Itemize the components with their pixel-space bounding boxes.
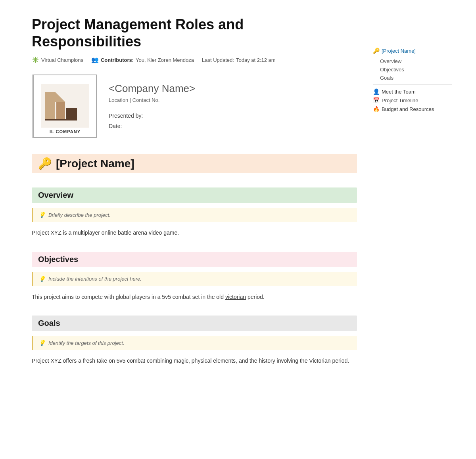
sidebar-divider — [373, 84, 452, 85]
objectives-header: Objectives — [32, 252, 357, 267]
objectives-section: Objectives 💡 Include the intentions of t… — [32, 252, 357, 301]
sidebar-nav-objectives[interactable]: Objectives — [373, 65, 452, 74]
objectives-body-before: This project aims to compete with global… — [32, 294, 225, 300]
budget-resources-label: Budget and Resources — [382, 106, 434, 112]
meet-team-label: Meet the Team — [382, 89, 416, 95]
goals-header: Goals — [32, 316, 357, 331]
project-timeline-icon: 📅 — [373, 97, 380, 103]
company-logo-svg — [41, 84, 89, 128]
contributors-icon: 👥 — [91, 56, 99, 63]
objectives-body: This project aims to compete with global… — [32, 293, 357, 301]
company-presented-by: Presented by: Date: — [109, 111, 195, 131]
project-name-section: 🔑 [Project Name] — [32, 154, 357, 173]
objectives-hint: 💡 Include the intentions of the project … — [32, 272, 357, 286]
sidebar: 🔑 [Project Name] Overview Objectives Goa… — [373, 16, 452, 380]
sidebar-budget-resources[interactable]: 🔥 Budget and Resources — [373, 105, 452, 113]
goals-hint-text[interactable]: Identify the targets of this project. — [48, 340, 125, 346]
meta-bar: ✳️ Virtual Champions 👥 Contributors: You… — [32, 56, 357, 63]
sidebar-nav: Overview Objectives Goals — [373, 57, 452, 82]
page-title: Project Management Roles and Responsibil… — [32, 16, 357, 50]
svg-rect-4 — [45, 119, 77, 120]
overview-header: Overview — [32, 187, 357, 203]
last-updated-value: Today at 2:12 am — [236, 57, 276, 63]
overview-hint: 💡 Briefly describe the project. — [32, 208, 357, 222]
overview-body: Project XYZ is a multiplayer online batt… — [32, 228, 357, 237]
company-details: <Company Name> Location | Contact No. Pr… — [109, 75, 195, 131]
company-location: Location | Contact No. — [109, 97, 195, 103]
goals-hint: 💡 Identify the targets of this project. — [32, 336, 357, 350]
company-logo-label: IL COMPANY — [50, 129, 81, 134]
space-name[interactable]: Virtual Champions — [41, 57, 83, 63]
objectives-body-link: victorian — [225, 294, 246, 300]
budget-resources-icon: 🔥 — [373, 106, 380, 112]
project-name-header: 🔑 [Project Name] — [32, 154, 357, 173]
last-updated-label: Last Updated: — [202, 57, 234, 63]
objectives-hint-text[interactable]: Include the intentions of the project he… — [48, 276, 142, 282]
goals-body: Project XYZ offers a fresh take on 5v5 c… — [32, 356, 357, 365]
goals-section: Goals 💡 Identify the targets of this pro… — [32, 316, 357, 365]
sidebar-project-icon: 🔑 — [373, 48, 380, 54]
company-name[interactable]: <Company Name> — [109, 82, 195, 95]
company-logo: IL COMPANY — [33, 75, 97, 138]
contributors-value: You, Kier Zoren Mendoza — [136, 57, 194, 63]
hint-icon-3: 💡 — [38, 340, 45, 346]
project-name-icon: 🔑 — [38, 157, 52, 170]
last-updated-meta: Last Updated: Today at 2:12 am — [202, 57, 276, 63]
hint-icon-2: 💡 — [38, 276, 45, 282]
project-name-label: [Project Name] — [56, 157, 134, 170]
svg-marker-3 — [66, 108, 77, 120]
contributors-label: Contributors: — [101, 57, 134, 63]
sidebar-nav-overview[interactable]: Overview — [373, 57, 452, 65]
sidebar-project-timeline[interactable]: 📅 Project Timeline — [373, 96, 452, 105]
sidebar-nav-goals[interactable]: Goals — [373, 74, 452, 82]
space-meta: ✳️ Virtual Champions — [32, 56, 83, 63]
space-icon: ✳️ — [32, 56, 39, 63]
sidebar-project-link[interactable]: 🔑 [Project Name] — [373, 48, 452, 54]
sidebar-project-label: [Project Name] — [382, 48, 416, 54]
sidebar-sections: 👤 Meet the Team 📅 Project Timeline 🔥 Bud… — [373, 87, 452, 113]
overview-hint-text[interactable]: Briefly describe the project. — [48, 212, 111, 218]
company-card: IL COMPANY <Company Name> Location | Con… — [32, 75, 357, 138]
project-timeline-label: Project Timeline — [382, 98, 418, 103]
hint-icon: 💡 — [38, 212, 45, 218]
contributors-meta: 👥 Contributors: You, Kier Zoren Mendoza — [91, 56, 194, 63]
objectives-body-after: period. — [246, 294, 265, 300]
sidebar-meet-the-team[interactable]: 👤 Meet the Team — [373, 87, 452, 96]
overview-section: Overview 💡 Briefly describe the project.… — [32, 187, 357, 237]
svg-marker-2 — [56, 102, 65, 120]
meet-team-icon: 👤 — [373, 88, 380, 95]
